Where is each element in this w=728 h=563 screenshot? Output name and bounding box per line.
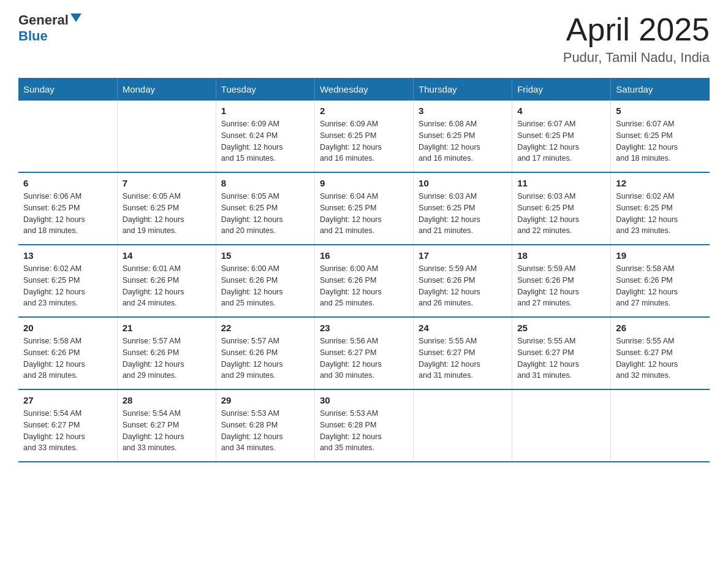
calendar-cell: 10Sunrise: 6:03 AMSunset: 6:25 PMDayligh…: [414, 172, 512, 245]
calendar-cell: 25Sunrise: 5:55 AMSunset: 6:27 PMDayligh…: [512, 317, 611, 389]
day-info: Sunrise: 6:04 AMSunset: 6:25 PMDaylight:…: [320, 191, 408, 237]
weekday-header-thursday: Thursday: [414, 78, 512, 101]
calendar-cell: [117, 101, 216, 172]
weekday-header-tuesday: Tuesday: [216, 78, 314, 101]
day-number: 3: [419, 105, 507, 116]
logo-general: General: [18, 12, 69, 28]
day-info: Sunrise: 6:05 AMSunset: 6:25 PMDaylight:…: [123, 191, 211, 237]
title-block: April 2025 Pudur, Tamil Nadu, India: [563, 12, 710, 66]
day-info: Sunrise: 6:07 AMSunset: 6:25 PMDaylight:…: [517, 118, 605, 164]
calendar-cell: [611, 389, 710, 462]
calendar-table: SundayMondayTuesdayWednesdayThursdayFrid…: [18, 78, 710, 462]
day-info: Sunrise: 5:58 AMSunset: 6:26 PMDaylight:…: [616, 263, 705, 309]
day-number: 19: [616, 250, 705, 261]
week-row-2: 6Sunrise: 6:06 AMSunset: 6:25 PMDaylight…: [18, 172, 710, 245]
calendar-cell: 28Sunrise: 5:54 AMSunset: 6:27 PMDayligh…: [117, 389, 216, 462]
day-info: Sunrise: 5:59 AMSunset: 6:26 PMDaylight:…: [419, 263, 507, 309]
weekday-header-monday: Monday: [117, 78, 216, 101]
day-number: 1: [221, 105, 309, 116]
calendar-cell: [414, 389, 512, 462]
day-number: 13: [23, 250, 112, 261]
calendar-cell: 19Sunrise: 5:58 AMSunset: 6:26 PMDayligh…: [611, 245, 710, 317]
day-info: Sunrise: 6:00 AMSunset: 6:26 PMDaylight:…: [221, 263, 309, 309]
day-number: 6: [23, 178, 112, 188]
page-title: April 2025: [563, 12, 710, 47]
calendar-cell: 7Sunrise: 6:05 AMSunset: 6:25 PMDaylight…: [117, 172, 216, 245]
day-number: 11: [517, 178, 605, 188]
day-info: Sunrise: 5:54 AMSunset: 6:27 PMDaylight:…: [23, 408, 112, 454]
day-info: Sunrise: 5:53 AMSunset: 6:28 PMDaylight:…: [320, 408, 408, 454]
day-number: 12: [616, 178, 705, 188]
day-number: 25: [517, 323, 605, 333]
day-info: Sunrise: 5:54 AMSunset: 6:27 PMDaylight:…: [123, 408, 211, 454]
day-number: 4: [517, 105, 605, 116]
day-info: Sunrise: 5:57 AMSunset: 6:26 PMDaylight:…: [123, 335, 211, 381]
calendar-cell: 27Sunrise: 5:54 AMSunset: 6:27 PMDayligh…: [18, 389, 117, 462]
week-row-3: 13Sunrise: 6:02 AMSunset: 6:25 PMDayligh…: [18, 245, 710, 317]
day-info: Sunrise: 5:57 AMSunset: 6:26 PMDaylight:…: [221, 335, 309, 381]
weekday-header-wednesday: Wednesday: [314, 78, 413, 101]
day-number: 28: [123, 395, 211, 405]
day-number: 16: [320, 250, 408, 261]
calendar-cell: 23Sunrise: 5:56 AMSunset: 6:27 PMDayligh…: [314, 317, 413, 389]
day-number: 29: [221, 395, 309, 405]
weekday-header-friday: Friday: [512, 78, 611, 101]
day-number: 23: [320, 323, 408, 333]
day-number: 26: [616, 323, 705, 333]
svg-marker-0: [70, 13, 82, 22]
calendar-cell: 3Sunrise: 6:08 AMSunset: 6:25 PMDaylight…: [414, 101, 512, 172]
calendar-body: 1Sunrise: 6:09 AMSunset: 6:24 PMDaylight…: [18, 101, 710, 462]
day-number: 17: [419, 250, 507, 261]
weekday-header-sunday: Sunday: [18, 78, 117, 101]
week-row-1: 1Sunrise: 6:09 AMSunset: 6:24 PMDaylight…: [18, 101, 710, 172]
calendar-cell: 13Sunrise: 6:02 AMSunset: 6:25 PMDayligh…: [18, 245, 117, 317]
page-header: General Blue April 2025 Pudur, Tamil Nad…: [18, 12, 710, 66]
calendar-cell: 6Sunrise: 6:06 AMSunset: 6:25 PMDaylight…: [18, 172, 117, 245]
logo-blue: Blue: [18, 28, 48, 44]
day-info: Sunrise: 6:03 AMSunset: 6:25 PMDaylight:…: [517, 191, 605, 237]
day-number: 5: [616, 105, 705, 116]
day-number: 15: [221, 250, 309, 261]
day-number: 24: [419, 323, 507, 333]
day-number: 7: [123, 178, 211, 188]
calendar-cell: 12Sunrise: 6:02 AMSunset: 6:25 PMDayligh…: [611, 172, 710, 245]
day-number: 2: [320, 105, 408, 116]
day-number: 9: [320, 178, 408, 188]
calendar-cell: 17Sunrise: 5:59 AMSunset: 6:26 PMDayligh…: [414, 245, 512, 317]
day-info: Sunrise: 6:03 AMSunset: 6:25 PMDaylight:…: [419, 191, 507, 237]
day-info: Sunrise: 6:00 AMSunset: 6:26 PMDaylight:…: [320, 263, 408, 309]
day-info: Sunrise: 6:07 AMSunset: 6:25 PMDaylight:…: [616, 118, 705, 164]
day-info: Sunrise: 5:59 AMSunset: 6:26 PMDaylight:…: [517, 263, 605, 309]
calendar-cell: [512, 389, 611, 462]
calendar-cell: 21Sunrise: 5:57 AMSunset: 6:26 PMDayligh…: [117, 317, 216, 389]
calendar-cell: 24Sunrise: 5:55 AMSunset: 6:27 PMDayligh…: [414, 317, 512, 389]
day-info: Sunrise: 6:02 AMSunset: 6:25 PMDaylight:…: [23, 263, 112, 309]
logo: General Blue: [18, 12, 82, 44]
calendar-cell: 14Sunrise: 6:01 AMSunset: 6:26 PMDayligh…: [117, 245, 216, 317]
calendar-cell: 22Sunrise: 5:57 AMSunset: 6:26 PMDayligh…: [216, 317, 314, 389]
day-info: Sunrise: 5:53 AMSunset: 6:28 PMDaylight:…: [221, 408, 309, 454]
calendar-cell: 9Sunrise: 6:04 AMSunset: 6:25 PMDaylight…: [314, 172, 413, 245]
day-info: Sunrise: 6:09 AMSunset: 6:24 PMDaylight:…: [221, 118, 309, 164]
day-info: Sunrise: 6:08 AMSunset: 6:25 PMDaylight:…: [419, 118, 507, 164]
calendar-cell: 16Sunrise: 6:00 AMSunset: 6:26 PMDayligh…: [314, 245, 413, 317]
calendar-cell: 8Sunrise: 6:05 AMSunset: 6:25 PMDaylight…: [216, 172, 314, 245]
calendar-cell: 1Sunrise: 6:09 AMSunset: 6:24 PMDaylight…: [216, 101, 314, 172]
day-info: Sunrise: 6:09 AMSunset: 6:25 PMDaylight:…: [320, 118, 408, 164]
day-number: 30: [320, 395, 408, 405]
calendar-cell: 4Sunrise: 6:07 AMSunset: 6:25 PMDaylight…: [512, 101, 611, 172]
day-info: Sunrise: 6:05 AMSunset: 6:25 PMDaylight:…: [221, 191, 309, 237]
calendar-cell: 20Sunrise: 5:58 AMSunset: 6:26 PMDayligh…: [18, 317, 117, 389]
calendar-cell: 15Sunrise: 6:00 AMSunset: 6:26 PMDayligh…: [216, 245, 314, 317]
day-number: 14: [123, 250, 211, 261]
day-info: Sunrise: 5:55 AMSunset: 6:27 PMDaylight:…: [419, 335, 507, 381]
day-info: Sunrise: 5:55 AMSunset: 6:27 PMDaylight:…: [517, 335, 605, 381]
week-row-4: 20Sunrise: 5:58 AMSunset: 6:26 PMDayligh…: [18, 317, 710, 389]
day-number: 10: [419, 178, 507, 188]
calendar-cell: 2Sunrise: 6:09 AMSunset: 6:25 PMDaylight…: [314, 101, 413, 172]
calendar-cell: 26Sunrise: 5:55 AMSunset: 6:27 PMDayligh…: [611, 317, 710, 389]
weekday-header-saturday: Saturday: [611, 78, 710, 101]
calendar-cell: 18Sunrise: 5:59 AMSunset: 6:26 PMDayligh…: [512, 245, 611, 317]
day-number: 22: [221, 323, 309, 333]
day-info: Sunrise: 6:01 AMSunset: 6:26 PMDaylight:…: [123, 263, 211, 309]
